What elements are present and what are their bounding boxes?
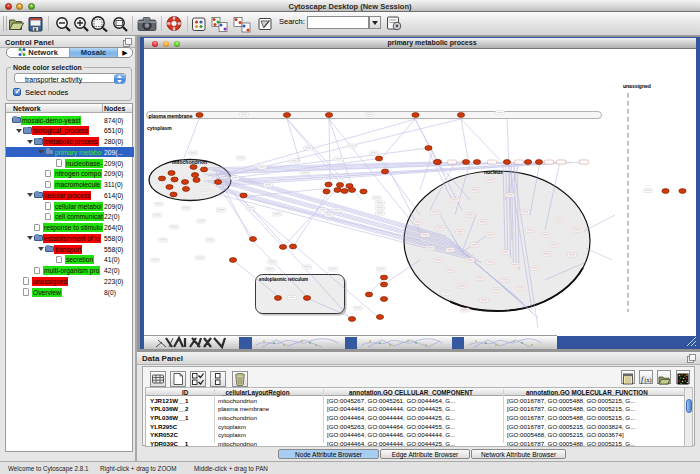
svg-text:endoplasmic reticulum: endoplasmic reticulum [259,277,308,282]
svg-text:cytoplasm: cytoplasm [147,125,172,131]
svg-text:nucleus: nucleus [484,169,503,175]
svg-text:(x): (x) [645,377,652,384]
svg-text:mitochondrion: mitochondrion [172,159,207,165]
svg-text:unassigned: unassigned [623,83,651,89]
svg-text:plasma membrane: plasma membrane [149,113,193,119]
